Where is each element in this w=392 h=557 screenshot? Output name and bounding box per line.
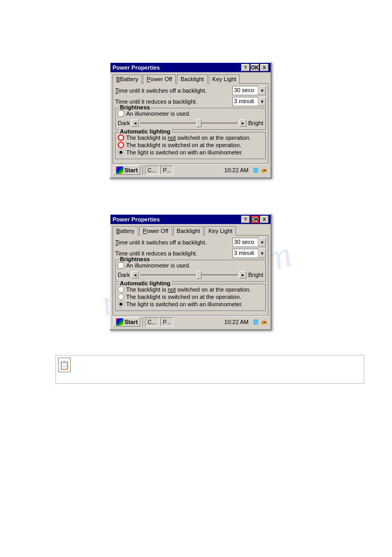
dialog2-taskbar-item2-label: P... xyxy=(163,319,171,325)
dialog1-radio3-row: The light is switched on with an illumin… xyxy=(118,149,263,155)
tab-poweroff[interactable]: Power Off xyxy=(143,74,176,84)
dialog2-ok-button[interactable]: OK xyxy=(251,216,259,223)
dialog1-start-icon xyxy=(116,166,124,174)
tab-battery[interactable]: BBattery xyxy=(113,74,142,84)
dialog1-slider-thumb[interactable] xyxy=(196,119,201,127)
dialog1-taskbar-item2-label: P... xyxy=(163,167,171,173)
dialog1-slider-left[interactable]: ◄ xyxy=(131,119,139,127)
dialog1-ok-button[interactable]: OK xyxy=(251,64,259,71)
tab2-backlight[interactable]: Backlight xyxy=(173,226,204,236)
dialog2-start-label: Start xyxy=(125,319,138,325)
dialog1-bright-label: Bright xyxy=(248,120,263,126)
dialog1-autolighting-label: Automatic lighting xyxy=(119,128,172,135)
dialog2-brightness-label: Brightness xyxy=(119,256,151,262)
dialog2-radio3-text: The light is switched on with an illumin… xyxy=(126,301,243,307)
dialog1-tab-content: Time until it switches off a backlight. … xyxy=(113,83,268,164)
dialog1-start-button[interactable]: Start xyxy=(114,165,140,175)
dialog2-taskbar-item1[interactable]: C... xyxy=(145,317,159,327)
dialog2-switches-off-label: Time until it switches off a backlight. xyxy=(115,239,232,246)
dialog1-slider-right[interactable]: ► xyxy=(239,119,247,127)
dialog1-switches-off-dropdown: 30 seco ▼ xyxy=(232,86,266,95)
dialog2-switches-off-input[interactable]: 30 seco xyxy=(232,238,259,247)
dialog1-switches-off-row: Time until it switches off a backlight. … xyxy=(115,86,266,95)
dialog1-radio2-row: The backlight is switched on at the oper… xyxy=(118,142,263,148)
dialog2-slider-row: Dark ◄ ► Bright xyxy=(118,271,263,279)
dialog1-systray-icon2: 📻 xyxy=(260,166,267,174)
dialog1-titlebar: Power Properties ? OK X xyxy=(110,63,271,72)
dialog1-autolighting-group: Automatic lighting The backlight is not … xyxy=(115,132,266,159)
dialog2-radio2-text: The backlight is switched on at the oper… xyxy=(126,294,241,300)
dialog1-illuminometer-text: An illuminometer is used. xyxy=(126,110,191,117)
dialog1-titlebar-buttons: ? OK X xyxy=(241,64,268,71)
dialog1-brightness-group: Brightness An illuminometer is used. Dar… xyxy=(115,108,266,130)
dialog1-taskbar-item2[interactable]: P... xyxy=(160,165,173,175)
dialog2-systray: 🌐 📻 xyxy=(252,318,267,326)
dialog1-radio1[interactable] xyxy=(118,135,124,141)
dialog2-switches-off-arrow[interactable]: ▼ xyxy=(259,238,266,247)
dialog2-reduces-input[interactable]: 3 minuti xyxy=(232,249,259,258)
dialog2-illuminometer-row: An illuminometer is used. xyxy=(118,262,263,269)
dialog1-help-button[interactable]: ? xyxy=(241,64,250,71)
dialog2-taskbar-item2[interactable]: P... xyxy=(160,317,173,327)
note-icon-glyph: 📋 xyxy=(59,360,70,370)
dialog2-illuminometer-text: An illuminometer is used. xyxy=(126,262,191,269)
dialog1-reduces-input[interactable]: 3 minuti xyxy=(232,97,259,106)
dialog1-title: Power Properties xyxy=(113,64,160,71)
dialog2-time: 10:22 AM xyxy=(225,319,249,325)
tab-backlight[interactable]: Backlight xyxy=(177,74,208,84)
dialog2-slider-left[interactable]: ◄ xyxy=(131,271,139,278)
dialog2-radio1-row: The backlight is not switched on at the … xyxy=(118,286,263,293)
dialog1-taskbar-item1[interactable]: C... xyxy=(145,165,159,175)
dialog2-titlebar: Power Properties ? OK X xyxy=(110,215,271,224)
dialog1-tab-row: BBattery Power Off Backlight Key Light xyxy=(113,74,268,84)
dialog2-dark-label: Dark xyxy=(118,272,130,278)
dialog2-tab-row: Battery Power Off Backlight Key Light xyxy=(113,226,268,236)
dialog2-reduces-dropdown: 3 minuti ▼ xyxy=(232,249,266,258)
dialog2-autolighting-label: Automatic lighting xyxy=(119,280,172,286)
dialog2-switches-off-dropdown: 30 seco ▼ xyxy=(232,238,266,247)
dialog2-radio3[interactable] xyxy=(118,301,124,307)
note-icon: 📋 xyxy=(58,358,71,372)
dialog2-slider-line xyxy=(140,274,238,275)
tab-keylight[interactable]: Key Light xyxy=(209,74,240,84)
tab2-battery[interactable]: Battery xyxy=(113,226,138,236)
dialog1-slider-track[interactable] xyxy=(140,119,238,127)
dialog2-reduces-arrow[interactable]: ▼ xyxy=(259,249,266,258)
dialog2-systray-icon2: 📻 xyxy=(260,318,267,326)
dialog1-reduces-arrow[interactable]: ▼ xyxy=(259,97,266,106)
dialog2-illuminometer-checkbox[interactable] xyxy=(118,262,124,269)
dialog1-taskbar-sep1 xyxy=(142,165,143,175)
dialog1-close-button[interactable]: X xyxy=(260,64,268,71)
dialog1: Power Properties ? OK X BBattery Power O… xyxy=(109,62,272,179)
dialog1-brightness-label: Brightness xyxy=(119,104,151,110)
dialog2-start-icon xyxy=(116,318,124,326)
dialog2-help-button[interactable]: ? xyxy=(241,216,250,223)
dialog2-taskbar-sep1 xyxy=(142,317,143,327)
dialog1-switches-off-label: Time until it switches off a backlight. xyxy=(115,87,232,94)
dialog2-close-button[interactable]: X xyxy=(260,216,268,223)
dialog1-taskbar-item1-label: C... xyxy=(148,167,156,173)
dialog2-slider-right[interactable]: ► xyxy=(239,271,247,278)
dialog2-radio1[interactable] xyxy=(118,286,124,293)
dialog2-radio3-row: The light is switched on with an illumin… xyxy=(118,301,263,307)
dialog2-slider-thumb[interactable] xyxy=(196,271,201,279)
dialog2-radio2-row: The backlight is switched on at the oper… xyxy=(118,294,263,300)
dialog2-taskbar-item1-label: C... xyxy=(148,319,156,325)
dialog1-radio2[interactable] xyxy=(118,142,124,148)
dialog1-illuminometer-checkbox[interactable] xyxy=(118,110,124,117)
dialog1-time: 10:22 AM xyxy=(225,167,249,173)
dialog2-slider-track[interactable] xyxy=(140,271,238,279)
dialog2-start-button[interactable]: Start xyxy=(114,317,140,327)
tab2-keylight[interactable]: Key Light xyxy=(205,226,236,236)
tab2-poweroff[interactable]: Power Off xyxy=(139,226,172,236)
dialog2-radio2[interactable] xyxy=(118,294,124,300)
dialog2-title: Power Properties xyxy=(113,216,160,222)
dialog1-switches-off-arrow[interactable]: ▼ xyxy=(259,86,266,95)
dialog2-brightness-group: Brightness An illuminometer is used. Dar… xyxy=(115,260,266,282)
dialog1-start-label: Start xyxy=(125,167,138,173)
dialog1-switches-off-input[interactable]: 30 seco xyxy=(232,86,259,95)
dialog1-radio3[interactable] xyxy=(118,149,124,155)
dialog1-clock: 10:22 AM xyxy=(222,167,251,173)
dialog2-autolighting-group: Automatic lighting The backlight is not … xyxy=(115,284,266,311)
dialog1-systray: 🌐 📻 xyxy=(252,166,267,174)
